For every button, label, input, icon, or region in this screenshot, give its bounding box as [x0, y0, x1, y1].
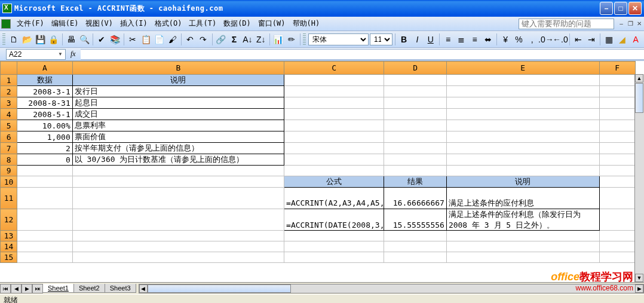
- cell[interactable]: =ACCRINT(DATE(2008,3,5),A3,A4,A5,A6,A7,A…: [284, 209, 384, 231]
- scroll-left-icon[interactable]: ◀: [139, 284, 148, 293]
- italic-button[interactable]: I: [411, 33, 423, 46]
- cell[interactable]: [284, 120, 384, 131]
- scroll-right-icon[interactable]: ▶: [635, 284, 643, 293]
- new-button[interactable]: 🗋: [8, 33, 20, 46]
- cell[interactable]: [72, 176, 284, 188]
- increase-decimal-button[interactable]: .0→: [539, 33, 553, 46]
- cell[interactable]: [446, 231, 599, 241]
- menu-view[interactable]: 视图(V): [82, 17, 116, 30]
- undo-button[interactable]: ↶: [184, 33, 196, 46]
- sheet-nav-next-button[interactable]: ▶: [22, 284, 32, 293]
- merge-center-button[interactable]: ⬌: [482, 33, 494, 46]
- row-header[interactable]: 8: [1, 154, 17, 166]
- select-all-corner[interactable]: [1, 62, 17, 75]
- row-header[interactable]: 6: [1, 131, 17, 143]
- cell[interactable]: [384, 86, 447, 97]
- borders-button[interactable]: ▦: [603, 33, 615, 46]
- cell[interactable]: [446, 154, 599, 166]
- scroll-thumb[interactable]: [635, 83, 643, 113]
- fill-color-button[interactable]: ◢: [617, 33, 628, 46]
- drawing-button[interactable]: ✏: [286, 33, 298, 46]
- cell[interactable]: [284, 109, 384, 120]
- cell[interactable]: [446, 131, 599, 143]
- cell[interactable]: 0: [17, 154, 73, 166]
- cell[interactable]: [599, 252, 635, 263]
- cell[interactable]: 2008-5-1: [17, 109, 73, 120]
- cell[interactable]: [17, 252, 73, 263]
- cell[interactable]: 结果: [384, 176, 447, 188]
- cell[interactable]: [446, 86, 599, 97]
- cell[interactable]: [384, 143, 447, 154]
- cell[interactable]: [284, 241, 384, 252]
- row-header[interactable]: 12: [1, 209, 17, 231]
- cell[interactable]: [284, 131, 384, 143]
- cell[interactable]: [446, 241, 599, 252]
- comma-button[interactable]: ,: [526, 33, 538, 46]
- underline-button[interactable]: U: [425, 33, 437, 46]
- hyperlink-button[interactable]: 🔗: [215, 33, 227, 46]
- decrease-indent-button[interactable]: ⇤: [572, 33, 584, 46]
- cell[interactable]: [599, 154, 635, 166]
- cell[interactable]: [599, 131, 635, 143]
- scroll-up-icon[interactable]: ▲: [635, 74, 643, 82]
- formula-bar-input[interactable]: [81, 49, 644, 60]
- cell[interactable]: [72, 166, 284, 176]
- cell[interactable]: [446, 75, 599, 86]
- cell[interactable]: [599, 188, 635, 209]
- cell[interactable]: [599, 86, 635, 97]
- cell[interactable]: [72, 252, 284, 263]
- cell[interactable]: [446, 109, 599, 120]
- cell[interactable]: [384, 252, 447, 263]
- sheet-nav-prev-button[interactable]: ◀: [11, 284, 22, 293]
- horizontal-scrollbar[interactable]: ◀ ▶: [139, 284, 644, 293]
- save-button[interactable]: 💾: [34, 33, 46, 46]
- cell[interactable]: [284, 143, 384, 154]
- cell[interactable]: [446, 166, 599, 176]
- vertical-scrollbar[interactable]: ▲ ▼: [634, 74, 644, 282]
- cell[interactable]: [599, 109, 635, 120]
- menu-data[interactable]: 数据(D): [220, 17, 254, 30]
- row-header[interactable]: 10: [1, 176, 17, 188]
- cell[interactable]: [599, 209, 635, 231]
- autosum-button[interactable]: Σ: [228, 33, 240, 46]
- paste-button[interactable]: 📄: [153, 33, 165, 46]
- cell[interactable]: [599, 231, 635, 241]
- cell[interactable]: [284, 86, 384, 97]
- help-search-input[interactable]: [519, 19, 614, 29]
- cell[interactable]: [599, 241, 635, 252]
- menu-edit[interactable]: 编辑(E): [48, 17, 82, 30]
- cell[interactable]: [17, 241, 73, 252]
- cell[interactable]: [384, 166, 447, 176]
- cell[interactable]: 票面价值: [72, 131, 284, 143]
- row-header[interactable]: 9: [1, 166, 17, 176]
- cell[interactable]: [284, 252, 384, 263]
- font-size-select[interactable]: 11: [370, 33, 392, 45]
- menu-file[interactable]: 文件(F): [13, 17, 48, 30]
- maximize-button[interactable]: □: [614, 2, 627, 15]
- cell[interactable]: [599, 97, 635, 109]
- currency-button[interactable]: ¥: [499, 33, 511, 46]
- workbook-restore-button[interactable]: ❐: [627, 20, 634, 27]
- open-button[interactable]: 📂: [21, 33, 33, 46]
- cell[interactable]: 公式: [284, 176, 384, 188]
- cell[interactable]: [17, 209, 73, 231]
- cell[interactable]: [384, 75, 447, 86]
- cell[interactable]: [284, 75, 384, 86]
- cell[interactable]: [599, 166, 635, 176]
- row-header[interactable]: 14: [1, 241, 17, 252]
- cell[interactable]: 16.66666667: [384, 188, 447, 209]
- align-center-button[interactable]: ≣: [455, 33, 467, 46]
- format-painter-button[interactable]: 🖌: [167, 33, 179, 46]
- cell[interactable]: [284, 166, 384, 176]
- scroll-thumb[interactable]: [148, 284, 291, 293]
- cell[interactable]: [17, 231, 73, 241]
- cell[interactable]: [72, 209, 284, 231]
- row-header[interactable]: 15: [1, 252, 17, 263]
- cell[interactable]: [384, 131, 447, 143]
- close-button[interactable]: ✕: [628, 2, 642, 15]
- chart-wizard-button[interactable]: 📊: [272, 33, 284, 46]
- cell[interactable]: 成交日: [72, 109, 284, 120]
- col-header-E[interactable]: E: [446, 62, 599, 75]
- cell[interactable]: 起息日: [72, 97, 284, 109]
- spelling-button[interactable]: ✔: [96, 33, 108, 46]
